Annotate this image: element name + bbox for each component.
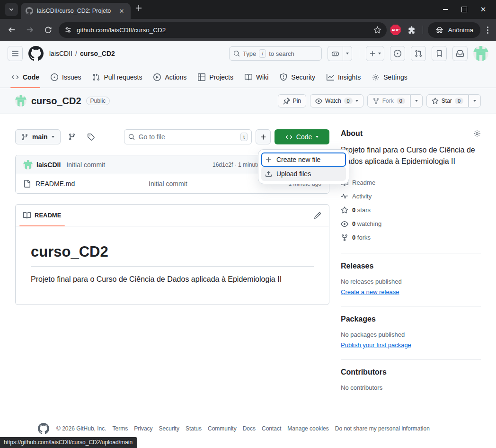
minimize-button[interactable]	[442, 6, 449, 13]
github-favicon-icon	[26, 7, 33, 15]
incognito-profile-chip[interactable]: Anônima	[428, 22, 480, 38]
graph-icon	[327, 73, 334, 81]
sidebar: About Projeto final para o Curso de Ciên…	[341, 129, 481, 394]
watching-stat[interactable]: 0 watching	[341, 217, 481, 231]
toolbar-divider	[423, 26, 423, 34]
tab-close-icon[interactable]: ✕	[117, 7, 126, 15]
copilot-icon[interactable]	[328, 46, 343, 61]
footer-link-privacy[interactable]: Privacy	[134, 425, 152, 432]
footer-link-docs[interactable]: Docs	[243, 425, 256, 432]
github-header: laisCDII / curso_CD2 Type / to search	[0, 41, 496, 66]
issues-header-button[interactable]	[390, 46, 405, 61]
readme-tab[interactable]: README	[23, 205, 61, 226]
tab-issues[interactable]: Issues	[47, 66, 85, 88]
tab-label: Wiki	[256, 73, 268, 81]
forward-button[interactable]	[23, 23, 37, 37]
book-icon	[245, 73, 252, 81]
watch-button[interactable]: Watch 0	[310, 94, 363, 108]
pull-requests-header-button[interactable]	[411, 46, 426, 61]
maximize-button[interactable]	[461, 6, 468, 13]
repositories-header-button[interactable]	[432, 46, 447, 61]
tab-security[interactable]: Security	[276, 66, 319, 88]
footer-link-security[interactable]: Security	[159, 425, 179, 432]
tab-insights[interactable]: Insights	[323, 66, 364, 88]
repo-owner-avatar[interactable]	[15, 95, 27, 107]
back-button[interactable]	[5, 23, 19, 37]
packages-empty-text: No packages published	[341, 331, 481, 338]
contributors-empty-text: No contributors	[341, 384, 481, 391]
branches-link-button[interactable]	[64, 129, 80, 144]
new-tab-button[interactable]	[135, 5, 142, 11]
edit-readme-button[interactable]	[314, 212, 321, 219]
footer-link-manage-cookies[interactable]: Manage cookies	[287, 425, 328, 432]
commit-message-link[interactable]: Initial commit	[66, 161, 105, 169]
reload-button[interactable]	[41, 23, 55, 37]
forward-arrow-icon	[26, 26, 34, 34]
create-new-dropdown-button[interactable]	[366, 46, 384, 61]
fork-dropdown-button[interactable]	[410, 94, 423, 108]
tags-link-button[interactable]	[83, 129, 98, 144]
footer-link-contact[interactable]: Contact	[262, 425, 281, 432]
star-count: 0	[455, 98, 463, 104]
breadcrumb-owner[interactable]: laisCDII	[49, 50, 72, 57]
slash-key-hint: /	[259, 49, 266, 58]
menu-item-create-new-file[interactable]: Create new file	[261, 152, 346, 167]
fork-icon	[372, 98, 380, 105]
fork-button[interactable]: Fork 0	[367, 94, 410, 108]
adblock-extension-icon[interactable]: ABP	[390, 25, 401, 35]
user-avatar[interactable]	[473, 46, 488, 61]
forks-stat[interactable]: 0 forks	[341, 231, 481, 244]
commit-author-avatar[interactable]	[23, 160, 33, 170]
footer-link-status[interactable]: Status	[186, 425, 202, 432]
publish-package-link[interactable]: Publish your first package	[341, 341, 411, 349]
pin-button[interactable]: Pin	[278, 94, 306, 108]
upload-icon	[265, 170, 272, 178]
extensions-puzzle-icon[interactable]	[405, 23, 418, 36]
tab-wiki[interactable]: Wiki	[241, 66, 272, 88]
back-arrow-icon	[8, 26, 16, 34]
global-search-input[interactable]: Type / to search	[229, 46, 322, 61]
code-button[interactable]: Code	[275, 129, 329, 144]
tab-code[interactable]: Code	[8, 66, 43, 88]
star-dropdown-button[interactable]	[469, 94, 481, 108]
profile-name: Anônima	[448, 27, 473, 34]
abp-label: ABP	[391, 28, 399, 32]
browser-menu-icon[interactable]	[484, 24, 491, 36]
footer-link-terms[interactable]: Terms	[113, 425, 128, 432]
github-logo-icon[interactable]	[28, 46, 44, 61]
code-icon	[11, 73, 19, 81]
inbox-header-button[interactable]	[452, 46, 468, 61]
address-bar[interactable]: github.com/laisCDII/curso_CD2	[59, 22, 387, 38]
about-settings-gear-icon[interactable]	[473, 130, 481, 137]
menu-item-upload-files[interactable]: Upload files	[261, 167, 346, 181]
hamburger-menu-button[interactable]	[8, 46, 23, 61]
bookmark-star-icon[interactable]	[372, 24, 384, 36]
footer-link-do-not-share[interactable]: Do not share my personal information	[335, 425, 430, 432]
add-file-button[interactable]	[256, 129, 271, 144]
tab-actions[interactable]: Actions	[150, 66, 190, 88]
star-icon	[341, 206, 348, 214]
tab-search-button[interactable]	[5, 3, 18, 16]
star-button[interactable]: Star 0	[426, 94, 469, 108]
activity-meta-link[interactable]: Activity	[341, 189, 481, 203]
tab-pull-requests[interactable]: Pull requests	[89, 66, 146, 88]
repo-name-link[interactable]: curso_CD2	[31, 96, 81, 107]
stars-stat[interactable]: 0 stars	[341, 203, 481, 217]
breadcrumb-repo[interactable]: curso_CD2	[80, 50, 115, 57]
copilot-dropdown-button[interactable]	[343, 46, 352, 61]
branch-selector-button[interactable]: main	[15, 129, 61, 144]
releases-title: Releases	[341, 262, 481, 270]
tab-projects[interactable]: Projects	[194, 66, 237, 88]
readme-meta-link[interactable]: Readme	[341, 176, 481, 189]
browser-tab[interactable]: laisCDII/curso_CD2: Projeto ✕	[21, 3, 131, 19]
file-name-link[interactable]: README.md	[35, 180, 75, 188]
create-release-link[interactable]: Create a new release	[341, 288, 399, 296]
tab-settings[interactable]: Settings	[368, 66, 411, 88]
visibility-badge: Public	[86, 97, 110, 105]
sidebar-divider	[341, 253, 481, 253]
footer-link-community[interactable]: Community	[208, 425, 237, 432]
commit-author-link[interactable]: laisCDII	[36, 161, 61, 169]
site-settings-icon	[64, 26, 72, 34]
window-close-button[interactable]: ✕	[480, 6, 487, 13]
go-to-file-input[interactable]	[139, 133, 237, 141]
